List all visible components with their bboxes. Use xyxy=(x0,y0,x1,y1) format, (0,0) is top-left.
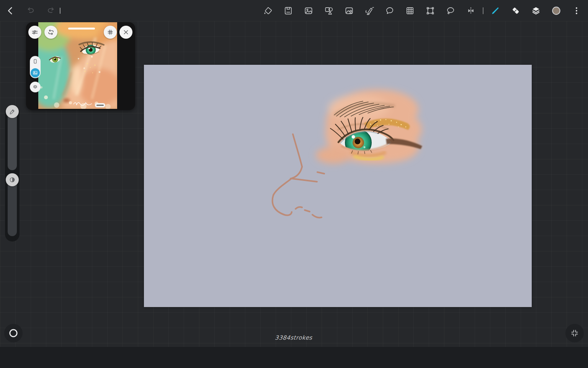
draw-assist-button[interactable] xyxy=(364,6,374,16)
toolbar-right-group xyxy=(263,6,581,16)
lasso-button[interactable] xyxy=(446,6,456,16)
brush-opacity-knob[interactable] xyxy=(6,173,19,186)
device-icon xyxy=(32,58,38,64)
reference-close-button[interactable] xyxy=(119,26,132,39)
reference-grid-button[interactable] xyxy=(104,26,117,39)
reference-adjust-button[interactable] xyxy=(28,26,41,39)
add-image-icon xyxy=(304,6,314,16)
system-taskbar: 3 xyxy=(0,347,588,368)
redo-icon xyxy=(46,6,56,16)
add-image-button[interactable] xyxy=(304,6,314,16)
overflow-menu-icon xyxy=(572,6,581,16)
brush-tool-button[interactable] xyxy=(490,6,500,16)
symmetry-button[interactable] xyxy=(466,6,476,16)
grid-button[interactable] xyxy=(405,6,415,16)
lasso-icon xyxy=(446,6,456,16)
shapes-icon xyxy=(324,6,334,16)
reference-view-toggle xyxy=(30,56,41,78)
toolbar-left-group xyxy=(5,6,60,16)
eye-painting xyxy=(144,65,532,307)
bubble-select-button[interactable] xyxy=(385,6,395,16)
grid-icon xyxy=(405,6,415,16)
color-swatch-button[interactable] xyxy=(551,6,561,16)
brush-slider-dock xyxy=(5,105,20,242)
reference-rotate-button[interactable] xyxy=(44,26,57,39)
drawing-canvas[interactable] xyxy=(144,65,532,307)
fill-bucket-icon xyxy=(263,6,273,16)
device-view-button[interactable] xyxy=(31,57,40,66)
layers-icon xyxy=(531,6,541,16)
back-button[interactable] xyxy=(5,6,15,16)
shapes-button[interactable] xyxy=(324,6,334,16)
pencil-icon xyxy=(9,108,16,115)
symmetry-icon xyxy=(466,6,476,16)
back-icon xyxy=(5,6,15,16)
toolbar-divider xyxy=(483,7,483,14)
text-cursor-icon xyxy=(60,8,60,14)
bubble-select-icon xyxy=(385,6,395,16)
image-reference-icon xyxy=(344,6,354,16)
collapse-icon xyxy=(570,329,579,338)
nose-sketch xyxy=(273,134,324,218)
transform-icon xyxy=(425,6,435,16)
adjust-sliders-icon xyxy=(31,28,39,36)
contrast-icon xyxy=(9,176,16,183)
top-toolbar xyxy=(0,0,588,21)
rotate-icon xyxy=(47,28,55,36)
color-ring-icon xyxy=(8,328,18,338)
reference-image-panel[interactable] xyxy=(26,22,135,110)
image-reference-button[interactable] xyxy=(344,6,354,16)
redo-button[interactable] xyxy=(46,6,56,16)
brush-icon xyxy=(490,6,500,16)
image-view-button[interactable] xyxy=(31,68,40,77)
eraser-icon xyxy=(511,6,521,16)
grid-overlay-icon xyxy=(106,28,114,36)
save-icon xyxy=(283,6,293,16)
close-icon xyxy=(122,28,130,36)
transform-button[interactable] xyxy=(425,6,435,16)
save-button[interactable] xyxy=(283,6,293,16)
reference-drag-handle[interactable] xyxy=(68,28,95,30)
brush-opacity-slider[interactable] xyxy=(8,180,17,236)
layers-panel-button[interactable] xyxy=(531,6,541,16)
brush-size-knob[interactable] xyxy=(6,105,19,118)
eraser-tool-button[interactable] xyxy=(511,6,521,16)
undo-icon xyxy=(26,6,36,16)
layers-view-button[interactable] xyxy=(30,82,41,92)
fill-bucket-button[interactable] xyxy=(263,6,273,16)
color-ring-button[interactable] xyxy=(4,324,23,342)
draw-assist-icon xyxy=(364,6,374,16)
image-icon xyxy=(32,70,38,76)
collapse-ui-button[interactable] xyxy=(565,324,584,342)
color-swatch-icon xyxy=(551,5,561,16)
layers-small-icon xyxy=(32,84,38,90)
painting-app-screen: 3384strokes 3 xyxy=(0,0,588,368)
undo-button[interactable] xyxy=(26,6,36,16)
overflow-menu-button[interactable] xyxy=(572,6,581,16)
stroke-counter: 3384strokes xyxy=(243,334,343,341)
